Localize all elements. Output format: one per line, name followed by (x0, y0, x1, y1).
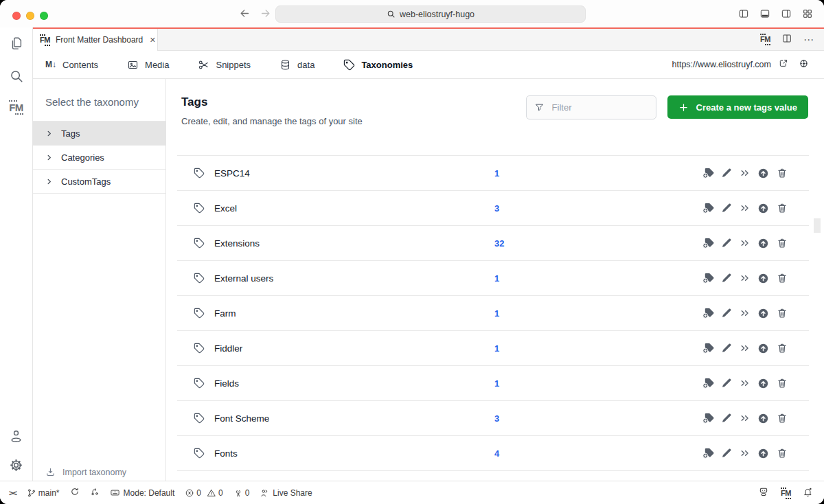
tag-row[interactable]: ESPC14 1 (177, 156, 809, 191)
edit-tag-button[interactable] (720, 167, 733, 180)
edit-tag-button[interactable] (720, 307, 733, 320)
tag-count[interactable]: 1 (494, 168, 499, 179)
tag-add-button[interactable] (701, 237, 714, 250)
toggle-left-panel-button[interactable] (738, 8, 749, 22)
move-tag-button[interactable] (738, 377, 751, 390)
edit-tag-button[interactable] (720, 412, 733, 425)
open-site-button[interactable] (779, 58, 788, 71)
edit-tag-button[interactable] (720, 377, 733, 390)
explorer-button[interactable] (9, 36, 24, 54)
notifications-button[interactable] (803, 487, 813, 499)
tag-count[interactable]: 1 (494, 378, 499, 389)
history-back-button[interactable] (239, 8, 251, 22)
promote-tag-button[interactable] (757, 307, 770, 320)
apps-grid-button[interactable] (802, 8, 813, 22)
tag-count[interactable]: 1 (494, 343, 499, 354)
settings-button[interactable] (9, 458, 23, 475)
problems-button[interactable]: 0 0 (185, 488, 222, 498)
tag-row[interactable]: Excel 3 (177, 191, 809, 226)
front-matter-status-button[interactable]: FM (781, 488, 791, 498)
nav-item-contents[interactable]: M↓ Contents (45, 60, 98, 70)
tab-front-matter-dashboard[interactable]: FM Front Matter Dashboard × (33, 29, 158, 51)
tag-add-button[interactable] (701, 307, 714, 320)
delete-tag-button[interactable] (775, 447, 788, 460)
toggle-bottom-panel-button[interactable] (759, 8, 770, 22)
tag-add-button[interactable] (701, 202, 714, 215)
edit-tag-button[interactable] (720, 237, 733, 250)
search-view-button[interactable] (9, 69, 24, 87)
delete-tag-button[interactable] (775, 412, 788, 425)
promote-tag-button[interactable] (757, 167, 770, 180)
dashboard-settings-button[interactable] (799, 58, 809, 71)
split-editor-button[interactable] (781, 33, 792, 47)
toggle-right-panel-button[interactable] (781, 8, 792, 22)
edit-tag-button[interactable] (720, 202, 733, 215)
scrollbar-thumb[interactable] (814, 218, 821, 233)
tag-count[interactable]: 1 (494, 273, 499, 284)
taxonomy-item-tags[interactable]: Tags (33, 122, 165, 146)
command-center[interactable]: web-eliostruyf-hugo (275, 5, 586, 23)
tag-add-button[interactable] (701, 342, 714, 355)
move-tag-button[interactable] (738, 412, 751, 425)
accounts-button[interactable] (9, 428, 23, 446)
remote-indicator-button[interactable]: >< (9, 489, 16, 497)
delete-tag-button[interactable] (775, 202, 788, 215)
promote-tag-button[interactable] (757, 202, 770, 215)
nav-item-taxonomies[interactable]: Taxonomies (343, 59, 413, 71)
tag-add-button[interactable] (701, 412, 714, 425)
move-tag-button[interactable] (738, 237, 751, 250)
tag-count[interactable]: 4 (494, 448, 499, 459)
chat-button[interactable] (758, 486, 769, 499)
promote-tag-button[interactable] (757, 377, 770, 390)
tag-add-button[interactable] (701, 447, 714, 460)
move-tag-button[interactable] (738, 167, 751, 180)
tag-row[interactable]: Farm 1 (177, 296, 809, 331)
close-window-button[interactable] (12, 12, 21, 20)
mode-button[interactable]: Mode: Default (110, 488, 175, 498)
delete-tag-button[interactable] (775, 342, 788, 355)
filter-input[interactable] (551, 102, 648, 113)
tag-row[interactable]: Font Scheme 3 (177, 401, 809, 436)
frontmatter-view-button[interactable]: FM (9, 102, 23, 114)
nav-item-snippets[interactable]: Snippets (198, 59, 251, 71)
nav-item-media[interactable]: Media (127, 59, 169, 71)
taxonomy-item-categories[interactable]: Categories (33, 146, 165, 170)
import-taxonomy-button[interactable]: Import taxonomy (45, 467, 126, 477)
tag-row[interactable]: External users 1 (177, 261, 809, 296)
promote-tag-button[interactable] (757, 272, 770, 285)
zoom-window-button[interactable] (40, 12, 48, 20)
branch-button[interactable]: main* (27, 488, 60, 498)
ports-button[interactable]: 0 (233, 488, 250, 498)
close-tab-button[interactable]: × (150, 35, 155, 45)
create-tag-button[interactable]: Create a new tags value (667, 95, 808, 119)
tag-count[interactable]: 1 (494, 308, 499, 319)
edit-tag-button[interactable] (720, 447, 733, 460)
move-tag-button[interactable] (738, 202, 751, 215)
promote-tag-button[interactable] (757, 237, 770, 250)
history-forward-button[interactable] (260, 8, 271, 22)
taxonomy-item-customtags[interactable]: CustomTags (33, 170, 165, 194)
sync-button[interactable] (70, 487, 80, 499)
tag-row[interactable]: Fiddler 1 (177, 331, 809, 366)
move-tag-button[interactable] (738, 447, 751, 460)
live-share-button[interactable]: Live Share (260, 488, 312, 498)
tag-add-button[interactable] (701, 377, 714, 390)
tag-count[interactable]: 3 (494, 203, 499, 214)
move-tag-button[interactable] (738, 342, 751, 355)
nav-item-data[interactable]: data (279, 59, 314, 71)
tag-count[interactable]: 3 (494, 413, 499, 424)
promote-tag-button[interactable] (757, 412, 770, 425)
delete-tag-button[interactable] (775, 237, 788, 250)
more-actions-button[interactable]: ⋯ (803, 34, 814, 45)
promote-tag-button[interactable] (757, 447, 770, 460)
tag-count[interactable]: 32 (494, 238, 504, 249)
edit-tag-button[interactable] (720, 342, 733, 355)
minimize-window-button[interactable] (26, 12, 34, 20)
move-tag-button[interactable] (738, 307, 751, 320)
tag-row[interactable]: Fields 1 (177, 366, 809, 401)
tag-row[interactable]: Extensions 32 (177, 226, 809, 261)
source-control-graph-button[interactable] (90, 487, 100, 499)
tag-add-button[interactable] (701, 167, 714, 180)
tag-row[interactable]: Fonts 4 (177, 436, 809, 471)
edit-tag-button[interactable] (720, 272, 733, 285)
